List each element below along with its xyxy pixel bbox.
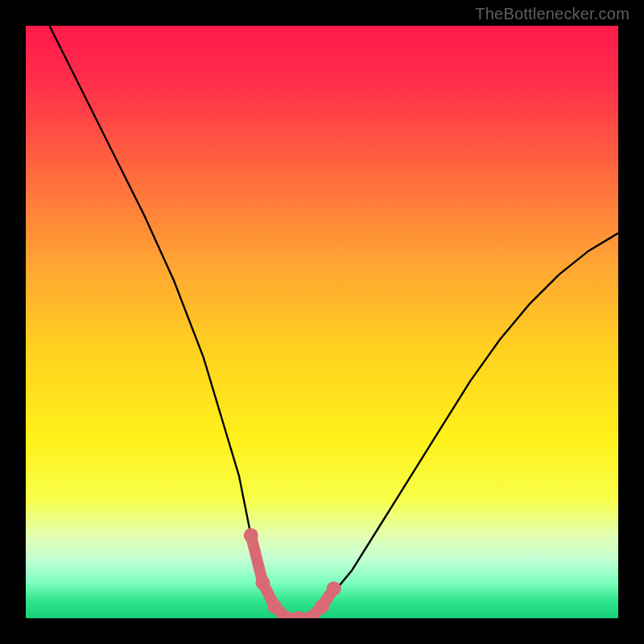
highlight-dot — [327, 581, 341, 596]
highlight-dot — [255, 576, 270, 590]
highlight-dot — [244, 528, 258, 543]
chart-svg — [26, 26, 618, 618]
highlight-dot — [315, 599, 329, 613]
watermark-text: TheBottlenecker.com — [475, 5, 630, 23]
highlight-dot — [267, 599, 282, 613]
chart-frame: TheBottlenecker.com — [0, 0, 644, 644]
bottleneck-curve — [49, 26, 618, 618]
highlight-dots — [244, 528, 341, 618]
plot-area — [26, 26, 618, 618]
